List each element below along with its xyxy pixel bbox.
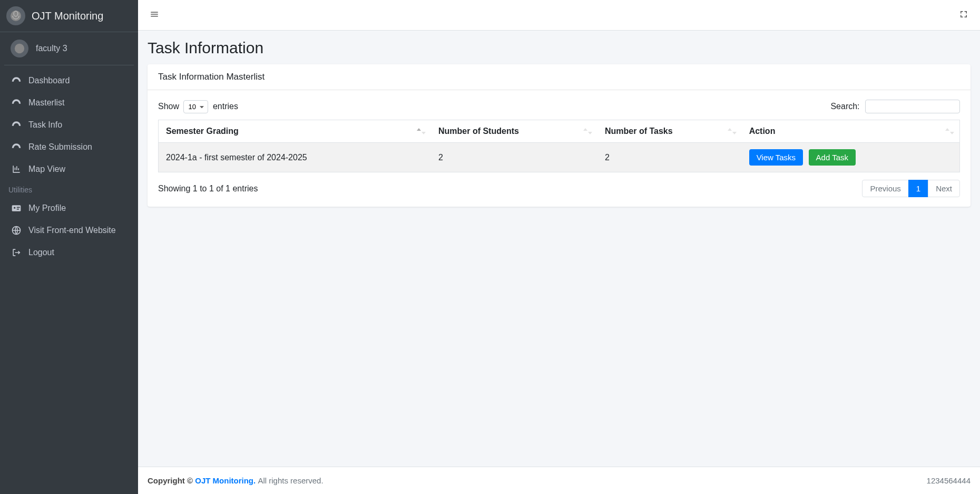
datatable-search: Search: <box>830 100 960 113</box>
svg-point-0 <box>11 11 21 21</box>
page-number[interactable]: 1 <box>908 180 928 197</box>
sidebar-item-visit-frontend[interactable]: Visit Front-end Website <box>4 219 134 241</box>
sort-icon <box>583 128 592 134</box>
cell-action: View Tasks Add Task <box>742 143 960 172</box>
sidebar-item-task-info[interactable]: Task Info <box>4 114 134 136</box>
sidebar-item-label: Logout <box>28 248 54 257</box>
col-number-students[interactable]: Number of Students <box>431 120 597 143</box>
page-previous[interactable]: Previous <box>862 180 908 197</box>
fullscreen-button[interactable] <box>956 6 972 24</box>
sidebar-item-logout[interactable]: Logout <box>4 241 134 264</box>
length-prefix: Show <box>158 102 179 111</box>
svg-rect-4 <box>17 207 20 208</box>
sidebar-item-label: My Profile <box>28 204 66 213</box>
card-body: Show 10 entries Search: <box>148 90 971 207</box>
sidebar-item-map-view[interactable]: Map View <box>4 158 134 180</box>
tachometer-icon <box>11 75 22 86</box>
datatable: Semester Grading Number of Students <box>158 120 960 172</box>
tachometer-icon <box>11 97 22 109</box>
footer-right: 1234564444 <box>927 476 971 485</box>
sidebar-item-dashboard[interactable]: Dashboard <box>4 70 134 92</box>
svg-rect-5 <box>17 209 19 210</box>
sidebar-toggle-button[interactable] <box>146 6 162 24</box>
user-name: faculty 3 <box>36 44 67 53</box>
page-next[interactable]: Next <box>928 180 960 197</box>
brand-logo-icon <box>6 6 25 25</box>
datatable-controls: Show 10 entries Search: <box>158 100 960 113</box>
tachometer-icon <box>11 141 22 153</box>
view-tasks-button[interactable]: View Tasks <box>749 149 803 166</box>
sort-icon <box>945 128 954 134</box>
col-semester-grading[interactable]: Semester Grading <box>159 120 431 143</box>
col-action[interactable]: Action <box>742 120 960 143</box>
svg-point-3 <box>14 207 15 209</box>
length-suffix: entries <box>213 102 238 111</box>
chart-icon <box>11 163 22 175</box>
card-header: Task Information Masterlist <box>148 64 971 90</box>
topbar <box>138 0 980 31</box>
sidebar-header-utilities: Utilities <box>4 180 134 197</box>
pagination: Previous 1 Next <box>863 180 960 197</box>
globe-icon <box>11 225 22 236</box>
card-task-masterlist: Task Information Masterlist Show 10 entr… <box>148 64 971 207</box>
footer-brand-link[interactable]: OJT Monitoring. <box>195 476 256 485</box>
copyright-prefix: Copyright © <box>148 476 195 485</box>
sidebar-item-masterlist[interactable]: Masterlist <box>4 92 134 114</box>
sidebar-item-rate-submission[interactable]: Rate Submission <box>4 136 134 158</box>
table-row: 2024-1a - first semester of 2024-2025 2 … <box>159 143 960 172</box>
sidebar-item-label: Visit Front-end Website <box>28 226 116 235</box>
avatar <box>11 40 28 57</box>
main-wrapper: Task Information Task Information Master… <box>138 0 980 494</box>
sidebar-item-label: Rate Submission <box>28 142 92 152</box>
content: Task Information Task Information Master… <box>138 31 980 467</box>
brand[interactable]: OJT Monitoring <box>0 0 138 32</box>
cell-semester: 2024-1a - first semester of 2024-2025 <box>159 143 431 172</box>
signout-icon <box>11 247 22 258</box>
add-task-button[interactable]: Add Task <box>809 149 856 166</box>
footer-left: Copyright © OJT Monitoring. All rights r… <box>148 476 324 485</box>
sidebar-nav: Dashboard Masterlist Task Info Rate Subm… <box>0 65 138 494</box>
svg-rect-2 <box>12 205 21 211</box>
expand-icon <box>959 9 968 21</box>
user-panel[interactable]: faculty 3 <box>4 32 134 65</box>
search-label: Search: <box>830 102 859 111</box>
bars-icon <box>150 9 159 21</box>
sidebar-item-label: Dashboard <box>28 76 70 85</box>
sidebar-item-label: Task Info <box>28 120 62 130</box>
sidebar: OJT Monitoring faculty 3 Dashboard Maste… <box>0 0 138 494</box>
cell-tasks: 2 <box>597 143 742 172</box>
svg-point-1 <box>15 44 24 53</box>
sort-icon <box>728 128 737 134</box>
brand-title: OJT Monitoring <box>32 10 103 22</box>
datatable-length: Show 10 entries <box>158 100 238 113</box>
datatable-info: Showing 1 to 1 of 1 entries <box>158 184 258 193</box>
footer: Copyright © OJT Monitoring. All rights r… <box>138 467 980 494</box>
cell-students: 2 <box>431 143 597 172</box>
sidebar-item-label: Map View <box>28 164 65 174</box>
page-title: Task Information <box>148 39 971 57</box>
datatable-footer: Showing 1 to 1 of 1 entries Previous 1 N… <box>158 180 960 197</box>
sort-icon <box>417 128 426 134</box>
search-input[interactable] <box>865 100 960 113</box>
col-number-tasks[interactable]: Number of Tasks <box>597 120 742 143</box>
sidebar-item-label: Masterlist <box>28 98 64 108</box>
tachometer-icon <box>11 119 22 131</box>
idcard-icon <box>11 202 22 214</box>
sidebar-item-my-profile[interactable]: My Profile <box>4 197 134 219</box>
length-select[interactable]: 10 <box>183 100 208 113</box>
copyright-suffix: All rights reserved. <box>258 476 323 485</box>
